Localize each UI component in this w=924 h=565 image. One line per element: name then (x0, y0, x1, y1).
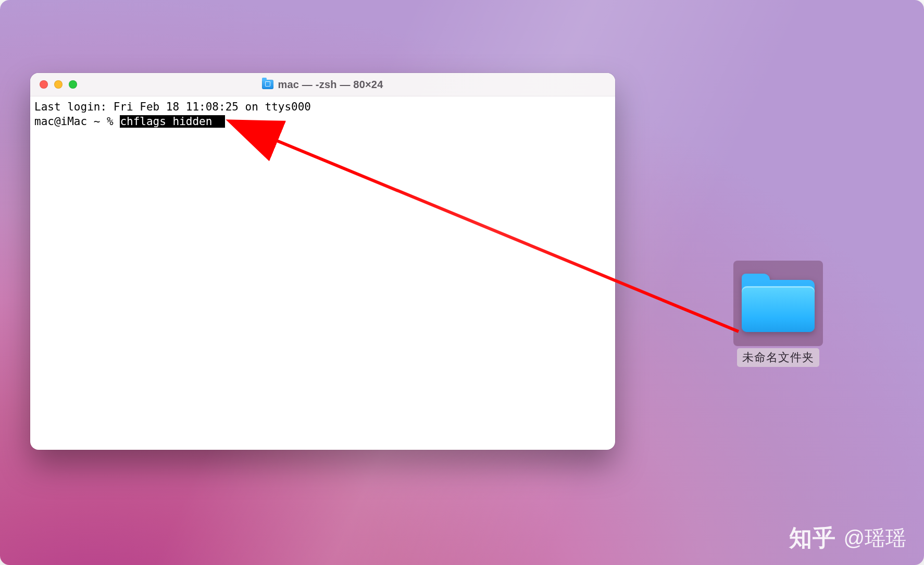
watermark-author: @瑶瑶 (843, 524, 906, 552)
folder-selection-highlight (733, 261, 823, 346)
zoom-button[interactable] (69, 80, 77, 89)
terminal-titlebar[interactable]: mac — -zsh — 80×24 (30, 73, 615, 96)
terminal-cursor (219, 115, 225, 128)
terminal-title: mac — -zsh — 80×24 (30, 79, 615, 91)
desktop-folder[interactable]: 未命名文件夹 (732, 261, 825, 367)
terminal-command-selected[interactable]: chflags hidden (120, 115, 219, 128)
watermark: 知乎 @瑶瑶 (789, 523, 906, 554)
zhihu-logo: 知乎 (789, 523, 836, 554)
home-folder-icon (262, 80, 273, 89)
terminal-window[interactable]: mac — -zsh — 80×24 Last login: Fri Feb 1… (30, 73, 615, 450)
folder-label[interactable]: 未命名文件夹 (737, 348, 819, 367)
window-controls (30, 80, 77, 89)
desktop-background: mac — -zsh — 80×24 Last login: Fri Feb 1… (0, 0, 924, 565)
terminal-last-login: Last login: Fri Feb 18 11:08:25 on ttys0… (34, 101, 311, 113)
terminal-prompt: mac@iMac ~ % (34, 115, 120, 128)
terminal-title-text: mac — -zsh — 80×24 (278, 79, 383, 91)
minimize-button[interactable] (54, 80, 63, 89)
folder-icon (742, 275, 815, 332)
close-button[interactable] (40, 80, 48, 89)
terminal-content[interactable]: Last login: Fri Feb 18 11:08:25 on ttys0… (30, 96, 615, 450)
